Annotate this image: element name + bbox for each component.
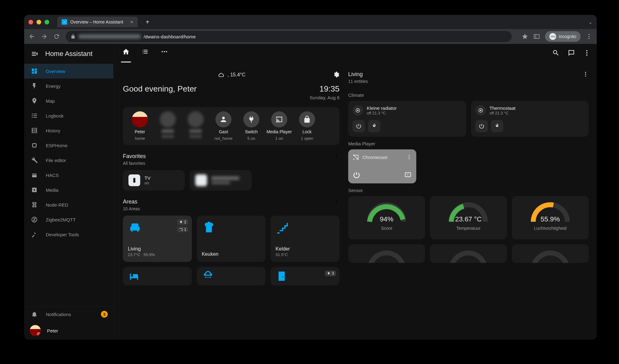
nodered-icon <box>31 201 38 208</box>
user-name: Peter <box>47 328 58 333</box>
gauge-card[interactable] <box>512 244 589 263</box>
lock-icon <box>71 34 76 39</box>
media-chromecast[interactable]: Chromecast <box>348 149 416 183</box>
gauge-score[interactable]: 94% Score <box>348 196 425 239</box>
status-guest[interactable]: Gastnot_home <box>211 111 236 141</box>
sidebar-item-zigbee[interactable]: Zigbee2MQTT <box>24 212 113 227</box>
status-row: Peterhome Gastnot_home Switch5 on Media … <box>123 107 340 145</box>
climate-thermostaat[interactable]: Thermostaatoff 21.3 °C <box>471 101 589 137</box>
area-living[interactable]: 2 1 Living23.7°C · 55.9% <box>123 216 192 262</box>
sidebar-item-map[interactable]: Map <box>24 93 113 108</box>
sidebar-label: Map <box>46 98 55 104</box>
url-host-blurred <box>79 34 141 39</box>
play-in-tv-icon[interactable] <box>404 171 412 179</box>
bookmark-star-icon[interactable] <box>522 33 528 40</box>
back-icon[interactable] <box>28 33 35 40</box>
more-vert-icon[interactable] <box>582 71 589 77</box>
status-person-peter[interactable]: Peterhome <box>127 111 153 141</box>
bed-icon <box>128 270 187 284</box>
chat-icon[interactable] <box>568 49 575 57</box>
gauge-card[interactable] <box>430 244 507 263</box>
sidebar-item-media[interactable]: Media <box>24 182 113 197</box>
gear-icon[interactable] <box>333 71 340 78</box>
sidebar-item-file-editor[interactable]: File editor <box>24 153 113 168</box>
sidebar-item-nodered[interactable]: Node-RED <box>24 197 113 212</box>
more-vert-icon[interactable] <box>406 154 412 160</box>
svg-point-2 <box>588 38 590 39</box>
weather-temp: , 15.4°C <box>227 72 245 78</box>
sidebar-item-notifications[interactable]: Notifications 3 <box>24 307 115 322</box>
incognito-badge[interactable]: 👓 Incognito <box>545 31 581 42</box>
url-input[interactable]: /dwains-dashboard/home <box>66 31 512 42</box>
tab-home[interactable] <box>121 44 131 62</box>
history-icon <box>31 127 38 134</box>
svg-point-14 <box>336 199 337 200</box>
window-maximize-button[interactable] <box>45 20 49 24</box>
chef-icon <box>202 221 261 236</box>
reload-icon[interactable] <box>53 33 60 40</box>
sidebar-item-history[interactable]: History <box>24 123 113 138</box>
power-button[interactable] <box>475 120 488 132</box>
tab-more[interactable] <box>159 44 169 62</box>
more-vert-icon[interactable] <box>333 153 340 159</box>
svg-point-21 <box>357 110 359 111</box>
svg-point-11 <box>336 156 337 156</box>
sidebar-item-energy[interactable]: Energy <box>24 79 113 93</box>
sidebar-label: History <box>46 128 60 133</box>
area-card[interactable] <box>123 267 192 285</box>
chevron-down-icon[interactable]: ⌄ <box>588 19 592 25</box>
heat-button[interactable] <box>368 120 380 132</box>
areas-title: Areas <box>123 199 140 205</box>
new-tab-button[interactable]: + <box>146 19 149 26</box>
window-close-button[interactable] <box>28 20 33 24</box>
thermostat-icon <box>353 105 363 116</box>
status-person-blurred[interactable] <box>183 111 208 141</box>
gauge-luchtvochtigheid[interactable]: 55.9% Luchtvochtigheid <box>512 196 589 239</box>
menu-collapse-icon[interactable] <box>31 50 38 58</box>
sidebar-user[interactable]: Peter <box>24 322 115 340</box>
sidebar-label: File editor <box>46 158 66 163</box>
favorite-tv[interactable]: TVon <box>123 170 185 191</box>
heat-button[interactable] <box>491 120 503 132</box>
area-kelder[interactable]: Kelder31.5°C <box>271 216 340 262</box>
more-vert-icon[interactable] <box>583 49 591 57</box>
power-icon[interactable] <box>353 171 361 179</box>
area-keuken[interactable]: Keuken <box>197 216 266 262</box>
incognito-icon: 👓 <box>549 33 556 40</box>
status-person-blurred[interactable] <box>155 111 180 141</box>
status-media[interactable]: Media Player1 on <box>266 111 292 141</box>
hacs-icon <box>31 172 38 178</box>
tab-list[interactable] <box>140 44 150 62</box>
sidebar-item-overview[interactable]: Overview <box>24 64 113 79</box>
weather-icon <box>217 71 224 79</box>
gauge-temperatuur[interactable]: 23.67 °C Temperatuur <box>430 196 507 239</box>
power-button[interactable] <box>353 120 365 132</box>
forward-icon[interactable] <box>41 33 48 40</box>
more-vert-icon[interactable] <box>333 199 340 205</box>
avatar-icon <box>132 111 148 127</box>
browser-tab[interactable]: ⌂ Overview – Home Assistant × <box>57 17 138 27</box>
favorite-blurred[interactable] <box>190 170 252 191</box>
sidebar-item-esphome[interactable]: ESPHome <box>24 138 113 153</box>
notification-count-badge: 3 <box>101 311 108 318</box>
favorites-title: Favorites <box>123 153 146 160</box>
panel-icon[interactable] <box>533 33 540 40</box>
tab-close-button[interactable]: × <box>130 19 133 25</box>
gauge-card[interactable] <box>348 244 425 263</box>
sidebar-item-logbook[interactable]: Logbook <box>24 108 113 123</box>
status-switch[interactable]: Switch5 on <box>239 111 264 141</box>
sidebar-label: ESPHome <box>46 143 67 148</box>
sidebar-item-devtools[interactable]: Developer Tools <box>24 227 113 242</box>
window-minimize-button[interactable] <box>37 20 41 24</box>
browser-menu-icon[interactable] <box>586 33 592 40</box>
sidebar-label: Energy <box>46 84 61 89</box>
climate-kleine-radiator[interactable]: Kleine radiatoroff 21.3 °C <box>348 101 466 137</box>
search-icon[interactable] <box>552 49 560 57</box>
plug-icon <box>247 115 255 123</box>
logbook-icon <box>31 112 38 119</box>
area-card[interactable]: 3 <box>271 267 340 285</box>
browser-titlebar: ⌂ Overview – Home Assistant × + ⌄ <box>24 15 597 29</box>
area-card[interactable] <box>197 267 266 285</box>
sidebar-item-hacs[interactable]: HACS <box>24 168 113 182</box>
status-lock[interactable]: Lock1 open <box>294 111 320 141</box>
